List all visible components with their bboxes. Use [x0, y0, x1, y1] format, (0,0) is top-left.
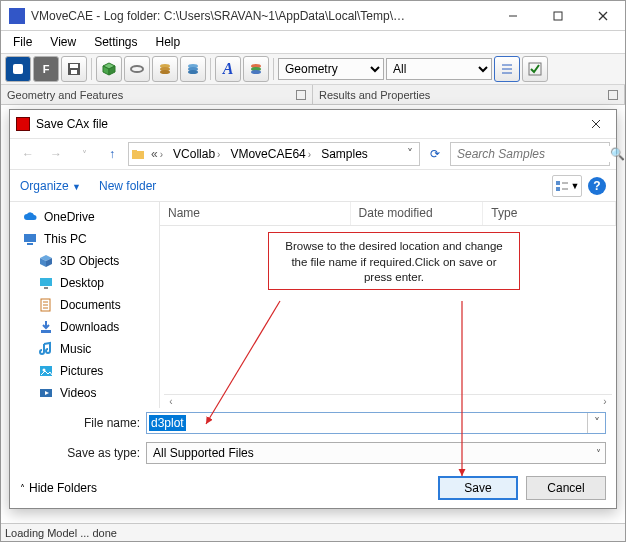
- toolbar-check-icon[interactable]: [522, 56, 548, 82]
- download-icon: [38, 319, 54, 335]
- tree-item-downloads[interactable]: Downloads: [10, 316, 159, 338]
- svg-rect-34: [27, 243, 33, 245]
- svg-point-17: [188, 70, 198, 74]
- help-callout: Browse to the desired location and chang…: [268, 232, 520, 290]
- menu-settings[interactable]: Settings: [86, 33, 145, 51]
- toolbar-select-all[interactable]: All: [386, 58, 492, 80]
- cube-icon: [38, 253, 54, 269]
- scroll-right-icon[interactable]: ›: [598, 396, 612, 407]
- file-name-input[interactable]: d3plot ˅: [146, 412, 606, 434]
- toolbar-cube-icon[interactable]: [96, 56, 122, 82]
- tree-item-this-pc[interactable]: This PC: [10, 228, 159, 250]
- main-toolbar: F A Geometry All: [1, 53, 625, 85]
- toolbar-btn-2[interactable]: F: [33, 56, 59, 82]
- toolbar-btn-1[interactable]: [5, 56, 31, 82]
- dialog-icon: [16, 117, 30, 131]
- svg-point-11: [131, 66, 143, 72]
- svg-point-14: [160, 70, 170, 74]
- search-input[interactable]: [455, 146, 610, 162]
- svg-rect-29: [556, 181, 560, 185]
- file-name-dropdown-icon[interactable]: ˅: [587, 413, 605, 433]
- svg-rect-30: [556, 187, 560, 191]
- file-name-value[interactable]: d3plot: [149, 415, 186, 431]
- save-button[interactable]: Save: [438, 476, 518, 500]
- file-type-select[interactable]: All Supported Files ˅: [146, 442, 606, 464]
- breadcrumb-vcollab[interactable]: VCollab›: [169, 147, 224, 161]
- nav-back-button[interactable]: ←: [16, 142, 40, 166]
- menu-view[interactable]: View: [42, 33, 84, 51]
- panel-results-properties: Results and Properties: [313, 85, 625, 104]
- file-type-value: All Supported Files: [153, 446, 254, 460]
- dialog-close-button[interactable]: [576, 110, 616, 138]
- file-type-label: Save as type:: [60, 446, 140, 460]
- minimize-button[interactable]: [490, 1, 535, 31]
- breadcrumb-bar[interactable]: «› VCollab› VMoveCAE64› Samples ˅: [128, 142, 420, 166]
- panel-right-box-icon[interactable]: [608, 90, 618, 100]
- breadcrumb-samples[interactable]: Samples: [317, 147, 372, 161]
- svg-rect-44: [41, 330, 51, 333]
- dialog-toolbar: Organize ▼ New folder ▼ ?: [10, 170, 616, 202]
- svg-rect-4: [13, 64, 23, 74]
- tree-item-music[interactable]: Music: [10, 338, 159, 360]
- video-icon: [38, 385, 54, 401]
- tree-item-onedrive[interactable]: OneDrive: [10, 206, 159, 228]
- help-icon[interactable]: ?: [588, 177, 606, 195]
- cloud-icon: [22, 209, 38, 225]
- horizontal-scrollbar[interactable]: ‹ ›: [164, 394, 612, 408]
- view-options-button[interactable]: ▼: [552, 175, 582, 197]
- scroll-left-icon[interactable]: ‹: [164, 396, 178, 407]
- tree-item-videos[interactable]: Videos: [10, 382, 159, 404]
- doc-icon: [38, 297, 54, 313]
- organize-menu[interactable]: Organize ▼: [20, 179, 81, 193]
- cancel-button[interactable]: Cancel: [526, 476, 606, 500]
- main-titlebar: VMoveCAE - Log folder: C:\Users\SRAVAN~1…: [1, 1, 625, 31]
- svg-rect-33: [24, 234, 36, 242]
- column-type[interactable]: Type: [483, 202, 616, 225]
- breadcrumb-dropdown-icon[interactable]: ˅: [403, 147, 417, 161]
- file-name-row: File name: d3plot ˅: [10, 408, 616, 438]
- tree-item-desktop[interactable]: Desktop: [10, 272, 159, 294]
- nav-forward-button[interactable]: →: [44, 142, 68, 166]
- toolbar-list-icon[interactable]: [494, 56, 520, 82]
- breadcrumb-lead[interactable]: «›: [147, 147, 167, 161]
- chevron-down-icon: ˅: [596, 448, 601, 459]
- nav-recent-button[interactable]: ˅: [72, 142, 96, 166]
- toolbar-stack3-icon[interactable]: [243, 56, 269, 82]
- toolbar-font-icon[interactable]: A: [215, 56, 241, 82]
- window-title: VMoveCAE - Log folder: C:\Users\SRAVAN~1…: [31, 9, 411, 23]
- file-type-row: Save as type: All Supported Files ˅: [10, 438, 616, 468]
- dialog-nav: ← → ˅ ↑ «› VCollab› VMoveCAE64› Samples …: [10, 138, 616, 170]
- toolbar-stack2-icon[interactable]: [180, 56, 206, 82]
- nav-refresh-button[interactable]: ⟳: [424, 142, 446, 166]
- panel-left-box-icon[interactable]: [296, 90, 306, 100]
- toolbar-save-icon[interactable]: [61, 56, 87, 82]
- toolbar-stack1-icon[interactable]: [152, 56, 178, 82]
- menu-help[interactable]: Help: [148, 33, 189, 51]
- file-list-area: Name Date modified Type No items match y…: [160, 202, 616, 408]
- menu-file[interactable]: File: [5, 33, 40, 51]
- desktop-icon: [38, 275, 54, 291]
- svg-rect-1: [554, 12, 562, 20]
- dialog-search[interactable]: 🔍: [450, 142, 610, 166]
- tree-item-3d-objects[interactable]: 3D Objects: [10, 250, 159, 272]
- toolbar-select-geometry[interactable]: Geometry: [278, 58, 384, 80]
- folder-tree[interactable]: OneDriveThis PC3D ObjectsDesktopDocument…: [10, 202, 160, 408]
- tree-item-local-disk-c-[interactable]: Local Disk (C:): [10, 404, 159, 408]
- status-bar: Loading Model ... done: [1, 523, 625, 541]
- folder-icon: [131, 147, 145, 161]
- hide-folders-button[interactable]: ˄ Hide Folders: [20, 481, 97, 495]
- new-folder-button[interactable]: New folder: [99, 179, 156, 193]
- maximize-button[interactable]: [535, 1, 580, 31]
- column-date[interactable]: Date modified: [351, 202, 484, 225]
- menu-bar: File View Settings Help: [1, 31, 625, 53]
- close-button[interactable]: [580, 1, 625, 31]
- svg-rect-7: [71, 70, 77, 74]
- tree-item-documents[interactable]: Documents: [10, 294, 159, 316]
- nav-up-button[interactable]: ↑: [100, 142, 124, 166]
- disk-icon: [38, 407, 54, 408]
- column-name[interactable]: Name: [160, 202, 351, 225]
- dialog-title: Save CAx file: [36, 117, 108, 131]
- toolbar-ring-icon[interactable]: [124, 56, 150, 82]
- tree-item-pictures[interactable]: Pictures: [10, 360, 159, 382]
- breadcrumb-vmovecae64[interactable]: VMoveCAE64›: [226, 147, 315, 161]
